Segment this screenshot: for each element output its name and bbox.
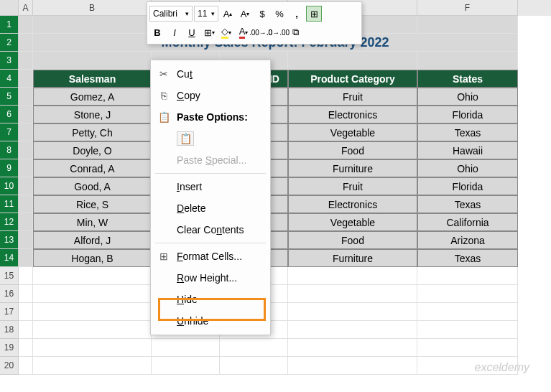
cell-F17[interactable] bbox=[417, 303, 518, 321]
cell-B19[interactable] bbox=[33, 339, 152, 357]
menu-clear-contents[interactable]: Clear Contents bbox=[151, 219, 270, 241]
cell-B8[interactable]: Doyle, O bbox=[33, 141, 152, 159]
cell-B16[interactable] bbox=[33, 285, 152, 303]
cell-C20[interactable] bbox=[152, 357, 220, 375]
cell-B4[interactable]: Salesman bbox=[33, 70, 152, 88]
row-header-15[interactable]: 15 bbox=[0, 267, 19, 285]
row-header-3[interactable]: 3 bbox=[0, 52, 19, 70]
accounting-format-icon[interactable]: $ bbox=[254, 6, 270, 22]
cell-F16[interactable] bbox=[417, 285, 518, 303]
col-header-B[interactable]: B bbox=[33, 0, 152, 16]
cell-E11[interactable]: Electronics bbox=[288, 195, 417, 213]
row-header-6[interactable]: 6 bbox=[0, 106, 19, 123]
row-header-4[interactable]: 4 bbox=[0, 70, 19, 88]
cell-E15[interactable] bbox=[288, 267, 417, 285]
cell-B5[interactable]: Gomez, A bbox=[33, 88, 152, 106]
cell-A14[interactable] bbox=[19, 249, 33, 267]
cell-A9[interactable] bbox=[19, 159, 33, 177]
cell-B11[interactable]: Rice, S bbox=[33, 195, 152, 213]
select-all-corner[interactable] bbox=[0, 0, 19, 16]
menu-paste-btn[interactable]: 📋 bbox=[151, 128, 270, 149]
cell-E13[interactable]: Food bbox=[288, 231, 417, 249]
cell-B12[interactable]: Min, W bbox=[33, 213, 152, 231]
menu-format-cells[interactable]: ⊞Format Cells... bbox=[151, 246, 270, 267]
menu-row-height[interactable]: Row Height... bbox=[151, 267, 270, 289]
cell-E7[interactable]: Vegetable bbox=[288, 123, 417, 141]
cell-A1[interactable] bbox=[19, 16, 33, 34]
menu-cut[interactable]: ✂Cut bbox=[151, 63, 270, 85]
format-painter-icon[interactable]: ⊞ bbox=[306, 6, 322, 22]
cell-C19[interactable] bbox=[152, 339, 220, 357]
row-header-2[interactable]: 2 bbox=[0, 34, 19, 52]
row-header-17[interactable]: 17 bbox=[0, 303, 19, 321]
row-header-10[interactable]: 10 bbox=[0, 177, 19, 195]
row-header-11[interactable]: 11 bbox=[0, 195, 19, 213]
cell-D20[interactable] bbox=[220, 357, 288, 375]
row-header-20[interactable]: 20 bbox=[0, 357, 19, 375]
cell-B3[interactable] bbox=[33, 52, 152, 70]
fill-color-icon[interactable]: ◇▾ bbox=[218, 24, 234, 40]
cell-F12[interactable]: California bbox=[417, 213, 518, 231]
cell-E4[interactable]: Product Category bbox=[288, 70, 417, 88]
row-header-12[interactable]: 12 bbox=[0, 213, 19, 231]
cell-B9[interactable]: Conrad, A bbox=[33, 159, 152, 177]
cell-A7[interactable] bbox=[19, 123, 33, 141]
row-header-7[interactable]: 7 bbox=[0, 123, 19, 141]
cell-B6[interactable]: Stone, J bbox=[33, 106, 152, 123]
row-header-18[interactable]: 18 bbox=[0, 321, 19, 339]
cell-F8[interactable]: Hawaii bbox=[417, 141, 518, 159]
increase-decimal-icon[interactable]: .0→.00 bbox=[270, 24, 286, 40]
cell-F15[interactable] bbox=[417, 267, 518, 285]
cell-A12[interactable] bbox=[19, 213, 33, 231]
cell-E20[interactable] bbox=[288, 357, 417, 375]
cell-B10[interactable]: Good, A bbox=[33, 177, 152, 195]
row-header-9[interactable]: 9 bbox=[0, 159, 19, 177]
italic-icon[interactable]: I bbox=[167, 24, 182, 40]
cell-B20[interactable] bbox=[33, 357, 152, 375]
menu-delete[interactable]: Delete bbox=[151, 197, 270, 219]
menu-copy[interactable]: ⎘Copy bbox=[151, 85, 270, 106]
cell-D19[interactable] bbox=[220, 339, 288, 357]
row-header-14[interactable]: 14 bbox=[0, 249, 19, 267]
cell-F3[interactable] bbox=[417, 52, 518, 70]
cell-E14[interactable]: Furniture bbox=[288, 249, 417, 267]
row-header-19[interactable]: 19 bbox=[0, 339, 19, 357]
cell-A15[interactable] bbox=[19, 267, 33, 285]
cell-B14[interactable]: Hogan, B bbox=[33, 249, 152, 267]
font-combo[interactable]: Calibri ▾ bbox=[149, 6, 193, 22]
menu-unhide[interactable]: Unhide bbox=[151, 310, 270, 332]
cell-E10[interactable]: Fruit bbox=[288, 177, 417, 195]
cell-B17[interactable] bbox=[33, 303, 152, 321]
cell-A8[interactable] bbox=[19, 141, 33, 159]
cell-A6[interactable] bbox=[19, 106, 33, 123]
menu-insert[interactable]: Insert bbox=[151, 176, 270, 197]
cell-B13[interactable]: Alford, J bbox=[33, 231, 152, 249]
cell-F11[interactable]: Texas bbox=[417, 195, 518, 213]
cell-F18[interactable] bbox=[417, 321, 518, 339]
cell-F6[interactable]: Florida bbox=[417, 106, 518, 123]
cell-F4[interactable]: States bbox=[417, 70, 518, 88]
cell-F7[interactable]: Texas bbox=[417, 123, 518, 141]
cell-F14[interactable]: Texas bbox=[417, 249, 518, 267]
cell-E18[interactable] bbox=[288, 321, 417, 339]
underline-icon[interactable]: U bbox=[184, 24, 200, 40]
decrease-font-icon[interactable]: A▾ bbox=[237, 6, 253, 22]
cell-E16[interactable] bbox=[288, 285, 417, 303]
cell-E17[interactable] bbox=[288, 303, 417, 321]
cell-A4[interactable] bbox=[19, 70, 33, 88]
cell-E9[interactable]: Furniture bbox=[288, 159, 417, 177]
cell-E6[interactable]: Electronics bbox=[288, 106, 417, 123]
cell-A20[interactable] bbox=[19, 357, 33, 375]
cell-B1[interactable] bbox=[33, 16, 152, 34]
cell-E5[interactable]: Fruit bbox=[288, 88, 417, 106]
cell-F1[interactable] bbox=[417, 16, 518, 34]
fontsize-combo[interactable]: 11 ▾ bbox=[194, 6, 218, 22]
cell-A13[interactable] bbox=[19, 231, 33, 249]
cell-E3[interactable] bbox=[288, 52, 417, 70]
cell-B15[interactable] bbox=[33, 267, 152, 285]
cell-A10[interactable] bbox=[19, 177, 33, 195]
cell-A16[interactable] bbox=[19, 285, 33, 303]
row-header-8[interactable]: 8 bbox=[0, 141, 19, 159]
cell-F10[interactable]: Florida bbox=[417, 177, 518, 195]
cell-A18[interactable] bbox=[19, 321, 33, 339]
